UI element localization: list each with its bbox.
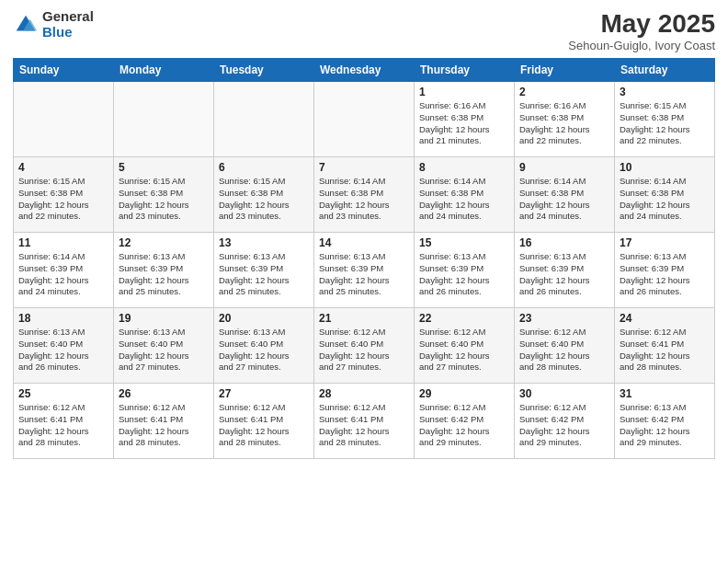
month-title: May 2025	[568, 9, 715, 39]
day-info: Sunrise: 6:13 AM Sunset: 6:39 PM Dayligh…	[319, 251, 409, 298]
day-cell-1-4: 8Sunrise: 6:14 AM Sunset: 6:38 PM Daylig…	[415, 157, 515, 233]
day-cell-4-0: 25Sunrise: 6:12 AM Sunset: 6:41 PM Dayli…	[14, 384, 114, 459]
day-cell-2-4: 15Sunrise: 6:13 AM Sunset: 6:39 PM Dayli…	[415, 233, 515, 308]
day-info: Sunrise: 6:16 AM Sunset: 6:38 PM Dayligh…	[519, 100, 609, 147]
col-saturday: Saturday	[615, 59, 715, 82]
day-info: Sunrise: 6:13 AM Sunset: 6:39 PM Dayligh…	[519, 251, 609, 298]
day-info: Sunrise: 6:14 AM Sunset: 6:38 PM Dayligh…	[319, 176, 409, 223]
day-cell-4-2: 27Sunrise: 6:12 AM Sunset: 6:41 PM Dayli…	[214, 384, 314, 459]
day-number: 1	[419, 86, 509, 98]
day-cell-0-1	[114, 82, 214, 157]
day-info: Sunrise: 6:13 AM Sunset: 6:39 PM Dayligh…	[419, 251, 509, 298]
day-number: 19	[119, 312, 209, 325]
day-info: Sunrise: 6:12 AM Sunset: 6:40 PM Dayligh…	[519, 327, 609, 373]
day-number: 31	[620, 387, 710, 400]
week-row-1: 1Sunrise: 6:16 AM Sunset: 6:38 PM Daylig…	[14, 82, 715, 157]
day-info: Sunrise: 6:12 AM Sunset: 6:40 PM Dayligh…	[419, 327, 509, 373]
day-cell-2-2: 13Sunrise: 6:13 AM Sunset: 6:39 PM Dayli…	[214, 233, 314, 308]
col-sunday: Sunday	[14, 59, 114, 82]
day-info: Sunrise: 6:12 AM Sunset: 6:41 PM Dayligh…	[219, 402, 309, 449]
day-info: Sunrise: 6:13 AM Sunset: 6:42 PM Dayligh…	[620, 402, 710, 449]
logo-icon	[13, 12, 39, 38]
day-number: 11	[18, 236, 108, 249]
day-cell-1-6: 10Sunrise: 6:14 AM Sunset: 6:38 PM Dayli…	[615, 157, 715, 233]
day-number: 6	[219, 161, 309, 174]
day-number: 5	[119, 161, 209, 174]
week-row-5: 25Sunrise: 6:12 AM Sunset: 6:41 PM Dayli…	[14, 384, 715, 459]
day-number: 28	[319, 387, 409, 400]
day-number: 29	[419, 387, 509, 400]
day-number: 22	[419, 312, 509, 325]
logo-general: General	[42, 9, 94, 25]
day-info: Sunrise: 6:12 AM Sunset: 6:42 PM Dayligh…	[419, 402, 509, 449]
day-info: Sunrise: 6:12 AM Sunset: 6:41 PM Dayligh…	[620, 327, 710, 373]
day-info: Sunrise: 6:12 AM Sunset: 6:41 PM Dayligh…	[18, 402, 108, 449]
day-number: 17	[620, 236, 710, 249]
col-tuesday: Tuesday	[214, 59, 314, 82]
day-cell-3-3: 21Sunrise: 6:12 AM Sunset: 6:40 PM Dayli…	[314, 308, 415, 384]
day-info: Sunrise: 6:13 AM Sunset: 6:40 PM Dayligh…	[219, 327, 309, 373]
calendar-header-row: Sunday Monday Tuesday Wednesday Thursday…	[14, 59, 715, 82]
day-info: Sunrise: 6:14 AM Sunset: 6:39 PM Dayligh…	[18, 251, 108, 298]
day-info: Sunrise: 6:13 AM Sunset: 6:39 PM Dayligh…	[119, 251, 209, 298]
day-cell-3-4: 22Sunrise: 6:12 AM Sunset: 6:40 PM Dayli…	[415, 308, 515, 384]
week-row-2: 4Sunrise: 6:15 AM Sunset: 6:38 PM Daylig…	[14, 157, 715, 233]
day-cell-2-6: 17Sunrise: 6:13 AM Sunset: 6:39 PM Dayli…	[615, 233, 715, 308]
col-monday: Monday	[114, 59, 214, 82]
col-wednesday: Wednesday	[314, 59, 415, 82]
day-cell-0-0	[14, 82, 114, 157]
day-cell-1-2: 6Sunrise: 6:15 AM Sunset: 6:38 PM Daylig…	[214, 157, 314, 233]
day-number: 8	[419, 161, 509, 174]
day-info: Sunrise: 6:12 AM Sunset: 6:42 PM Dayligh…	[519, 402, 609, 449]
col-thursday: Thursday	[415, 59, 515, 82]
day-cell-0-2	[214, 82, 314, 157]
day-number: 15	[419, 236, 509, 249]
day-cell-2-0: 11Sunrise: 6:14 AM Sunset: 6:39 PM Dayli…	[14, 233, 114, 308]
day-number: 20	[219, 312, 309, 325]
day-cell-1-3: 7Sunrise: 6:14 AM Sunset: 6:38 PM Daylig…	[314, 157, 415, 233]
day-cell-3-6: 24Sunrise: 6:12 AM Sunset: 6:41 PM Dayli…	[615, 308, 715, 384]
day-number: 24	[620, 312, 710, 325]
day-cell-4-1: 26Sunrise: 6:12 AM Sunset: 6:41 PM Dayli…	[114, 384, 214, 459]
day-info: Sunrise: 6:12 AM Sunset: 6:41 PM Dayligh…	[119, 402, 209, 449]
day-number: 13	[219, 236, 309, 249]
day-info: Sunrise: 6:15 AM Sunset: 6:38 PM Dayligh…	[219, 176, 309, 223]
day-info: Sunrise: 6:13 AM Sunset: 6:39 PM Dayligh…	[219, 251, 309, 298]
day-info: Sunrise: 6:13 AM Sunset: 6:39 PM Dayligh…	[620, 251, 710, 298]
logo: General Blue	[13, 9, 94, 40]
day-info: Sunrise: 6:15 AM Sunset: 6:38 PM Dayligh…	[119, 176, 209, 223]
day-info: Sunrise: 6:14 AM Sunset: 6:38 PM Dayligh…	[419, 176, 509, 223]
day-number: 12	[119, 236, 209, 249]
day-number: 2	[519, 86, 609, 98]
day-info: Sunrise: 6:13 AM Sunset: 6:40 PM Dayligh…	[18, 327, 108, 373]
week-row-4: 18Sunrise: 6:13 AM Sunset: 6:40 PM Dayli…	[14, 308, 715, 384]
day-cell-3-5: 23Sunrise: 6:12 AM Sunset: 6:40 PM Dayli…	[515, 308, 615, 384]
day-info: Sunrise: 6:12 AM Sunset: 6:41 PM Dayligh…	[319, 402, 409, 449]
day-cell-1-0: 4Sunrise: 6:15 AM Sunset: 6:38 PM Daylig…	[14, 157, 114, 233]
day-cell-2-3: 14Sunrise: 6:13 AM Sunset: 6:39 PM Dayli…	[314, 233, 415, 308]
day-info: Sunrise: 6:14 AM Sunset: 6:38 PM Dayligh…	[620, 176, 710, 223]
day-cell-1-5: 9Sunrise: 6:14 AM Sunset: 6:38 PM Daylig…	[515, 157, 615, 233]
day-number: 30	[519, 387, 609, 400]
day-number: 21	[319, 312, 409, 325]
day-cell-3-0: 18Sunrise: 6:13 AM Sunset: 6:40 PM Dayli…	[14, 308, 114, 384]
header: General Blue May 2025 Sehoun-Guiglo, Ivo…	[13, 9, 715, 52]
day-number: 10	[620, 161, 710, 174]
day-number: 25	[18, 387, 108, 400]
day-number: 23	[519, 312, 609, 325]
day-cell-4-6: 31Sunrise: 6:13 AM Sunset: 6:42 PM Dayli…	[615, 384, 715, 459]
day-cell-1-1: 5Sunrise: 6:15 AM Sunset: 6:38 PM Daylig…	[114, 157, 214, 233]
day-cell-4-3: 28Sunrise: 6:12 AM Sunset: 6:41 PM Dayli…	[314, 384, 415, 459]
day-number: 26	[119, 387, 209, 400]
day-number: 4	[18, 161, 108, 174]
week-row-3: 11Sunrise: 6:14 AM Sunset: 6:39 PM Dayli…	[14, 233, 715, 308]
day-cell-3-2: 20Sunrise: 6:13 AM Sunset: 6:40 PM Dayli…	[214, 308, 314, 384]
day-number: 27	[219, 387, 309, 400]
logo-blue: Blue	[42, 25, 94, 40]
day-info: Sunrise: 6:12 AM Sunset: 6:40 PM Dayligh…	[319, 327, 409, 373]
day-info: Sunrise: 6:15 AM Sunset: 6:38 PM Dayligh…	[620, 100, 710, 147]
logo-text: General Blue	[42, 9, 94, 40]
day-number: 7	[319, 161, 409, 174]
day-cell-0-4: 1Sunrise: 6:16 AM Sunset: 6:38 PM Daylig…	[415, 82, 515, 157]
calendar: Sunday Monday Tuesday Wednesday Thursday…	[13, 58, 715, 459]
